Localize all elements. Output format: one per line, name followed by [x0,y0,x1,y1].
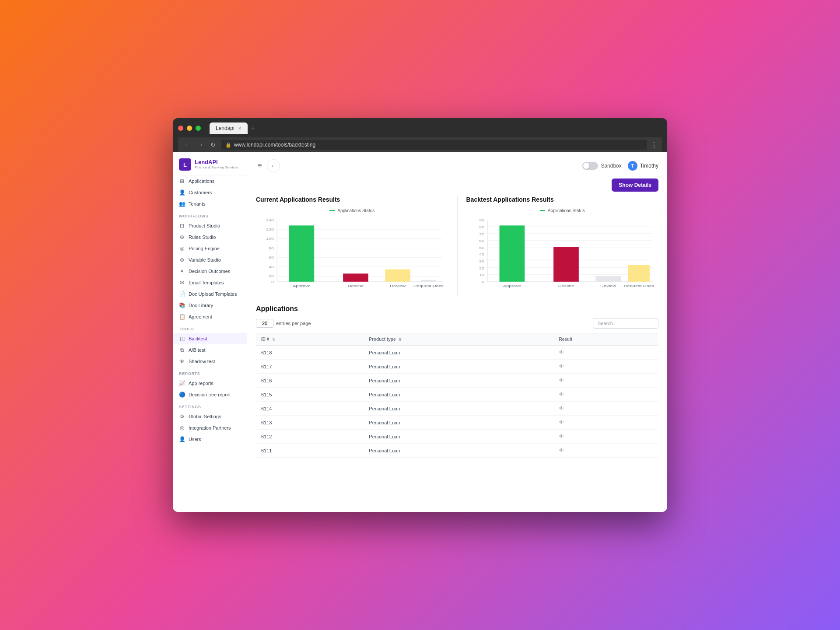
toggle-thumb [583,163,589,169]
sidebar-item-integration-partners[interactable]: ◎ Integration Partners [173,422,247,434]
sidebar-item-doc-library[interactable]: 📚 Doc Library [173,300,247,311]
users-icon: 👤 [179,436,185,442]
cell-id: 6114 [256,402,364,416]
sidebar-item-variable-studio[interactable]: ⊕ Variable Studio [173,254,247,266]
show-details-button[interactable]: Show Details [612,178,658,192]
product-studio-icon: ⊡ [179,223,185,229]
sidebar-item-decision-outcomes[interactable]: ✦ Decision Outcomes [173,266,247,277]
logo-area: L LendAPI Finance & Banking Services [173,152,247,175]
col-id-label: ID # [261,337,269,342]
cell-product-type: Personal Loan [364,346,553,360]
sidebar-label-shadow-test: Shadow test [189,359,215,364]
logo-letter: L [183,161,187,168]
svg-text:Decline: Decline [558,284,574,288]
toggle-track[interactable] [582,162,598,170]
reload-button[interactable]: ↻ [209,140,217,149]
sidebar-item-tenants[interactable]: 👥 Tenants [173,198,247,210]
cell-id: 6116 [256,374,364,388]
main-header: ≡ ← Sandbox T [256,159,658,172]
sidebar-item-agreement[interactable]: 📋 Agreement [173,311,247,322]
view-result-icon[interactable]: 👁 [559,447,564,454]
view-result-icon[interactable]: 👁 [559,433,564,440]
maximize-button[interactable] [196,126,201,131]
svg-text:Decline: Decline [348,284,364,288]
app-reports-icon: 📈 [179,380,185,386]
sandbox-toggle[interactable]: Sandbox [582,162,621,170]
table-controls: entries per page [256,318,658,329]
active-tab[interactable]: Lendapi ✕ [210,122,248,134]
tab-close-icon[interactable]: ✕ [238,126,242,131]
browser-menu-icon[interactable]: ⋮ [651,141,658,149]
col-result-label: Result [559,337,572,342]
cell-product-type: Personal Loan [364,374,553,388]
svg-text:10: 10 [479,273,484,277]
sidebar-item-applications[interactable]: ⊞ Applications [173,175,247,187]
tab-bar: Lendapi ✕ + [210,122,257,134]
sidebar-item-users[interactable]: 👤 Users [173,434,247,445]
entries-label: entries per page [276,321,311,326]
table-row: 6114 Personal Loan 👁 [256,402,658,416]
sort-arrows-id[interactable]: ⇅ [272,338,275,342]
sidebar-item-product-studio[interactable]: ⊡ Product Studio [173,220,247,231]
svg-text:Request Docs: Request Docs [623,284,654,288]
main-content: ≡ ← Sandbox T [247,152,667,512]
back-button[interactable]: ← [267,159,280,172]
decision-outcomes-icon: ✦ [179,268,185,274]
sidebar-item-global-settings[interactable]: ⚙ Global Settings [173,411,247,422]
view-result-icon[interactable]: 👁 [559,349,564,356]
sidebar-label-agreement: Agreement [189,314,212,319]
url-text: www.lendapi.com/tools/backtesting [234,142,315,148]
sidebar-item-customers[interactable]: 👤 Customers [173,187,247,198]
logo-icon: L [179,158,191,171]
sidebar-item-pricing-engine[interactable]: ◎ Pricing Engine [173,243,247,254]
current-chart-legend-text: Applications Status [337,208,374,213]
sidebar: L LendAPI Finance & Banking Services ⊞ A… [173,152,247,512]
entries-per-page-input[interactable] [256,319,273,328]
view-result-icon[interactable]: 👁 [559,405,564,412]
sidebar-label-doc-library: Doc Library [189,303,213,308]
new-tab-button[interactable]: + [249,124,257,132]
sidebar-label-rules-studio: Rules Studio [189,234,216,240]
sidebar-item-shadow-test[interactable]: 👁 Shadow test [173,356,247,367]
sidebar-item-email-templates[interactable]: ✉ Email Templates [173,277,247,288]
close-button[interactable] [178,126,183,131]
cell-product-type: Personal Loan [364,402,553,416]
back-nav-button[interactable]: ← [182,140,192,149]
col-product-type-label: Product type [369,337,396,342]
workflows-section-label: WORKFLOWS [173,210,247,220]
search-input[interactable] [593,318,658,329]
bar-request-docs [421,280,436,282]
view-result-icon[interactable]: 👁 [559,419,564,426]
table-header-row: ID # ⇅ Product type ⇅ Result [256,333,658,346]
cell-product-type: Personal Loan [364,430,553,444]
view-result-icon[interactable]: 👁 [559,363,564,370]
svg-text:Approve: Approve [503,284,521,288]
view-result-icon[interactable]: 👁 [559,391,564,398]
svg-text:40: 40 [479,252,484,256]
ab-test-icon: ⧉ [179,347,185,353]
user-initial: T [631,164,634,168]
sidebar-item-decision-tree-report[interactable]: 🔵 Decision tree report [173,389,247,400]
table-row: 6117 Personal Loan 👁 [256,360,658,374]
sort-arrows-product-type[interactable]: ⇅ [399,338,402,342]
svg-text:Review: Review [390,284,406,288]
bar-decline [343,273,368,281]
minimize-button[interactable] [187,126,192,131]
backtest-chart-svg: 0 10 20 30 40 50 60 70 80 90 [466,216,659,294]
view-result-icon[interactable]: 👁 [559,377,564,384]
backtest-icon: ◫ [179,336,185,342]
svg-text:30: 30 [479,259,484,263]
collapse-sidebar-button[interactable]: ≡ [256,161,263,171]
tools-section-label: TOOLS [173,322,247,333]
sidebar-item-doc-upload-templates[interactable]: 📄 Doc Upload Templates [173,288,247,300]
sidebar-label-decision-outcomes: Decision Outcomes [189,269,230,274]
address-bar[interactable]: 🔒 www.lendapi.com/tools/backtesting [221,140,647,150]
current-chart-title: Current Applications Results [256,196,448,203]
sidebar-item-app-reports[interactable]: 📈 App reports [173,378,247,389]
action-bar: Show Details [256,178,658,192]
sidebar-item-rules-studio[interactable]: ⊛ Rules Studio [173,231,247,243]
sidebar-item-ab-test[interactable]: ⧉ A/B test [173,344,247,356]
sidebar-item-backtest[interactable]: ◫ Backtest [173,333,247,344]
sandbox-label: Sandbox [601,163,621,169]
forward-nav-button[interactable]: → [196,140,205,149]
